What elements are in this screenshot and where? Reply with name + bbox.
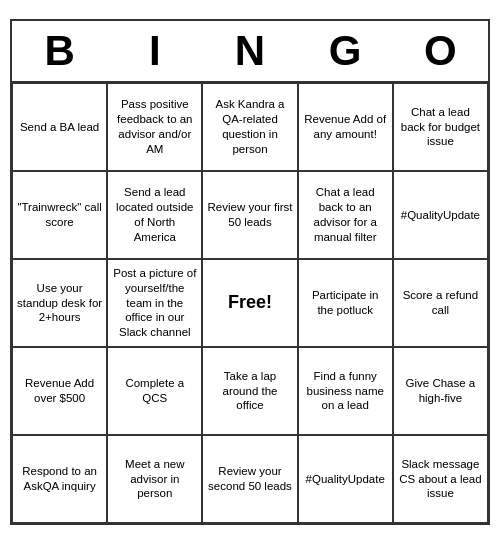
cell-1-1[interactable]: Send a lead located outside of North Ame… [107, 171, 202, 259]
cell-1-2[interactable]: Review your first 50 leads [202, 171, 297, 259]
bingo-grid: Send a BA lead Pass positive feedback to… [12, 83, 488, 523]
cell-4-4[interactable]: Slack message CS about a lead issue [393, 435, 488, 523]
cell-1-4[interactable]: #QualityUpdate [393, 171, 488, 259]
cell-3-0[interactable]: Revenue Add over $500 [12, 347, 107, 435]
cell-0-1[interactable]: Pass positive feedback to an advisor and… [107, 83, 202, 171]
header-letter-n: N [206, 27, 294, 75]
bingo-card: B I N G O Send a BA lead Pass positive f… [10, 19, 490, 525]
cell-3-4[interactable]: Give Chase a high-five [393, 347, 488, 435]
header-letter-i: I [111, 27, 199, 75]
bingo-header: B I N G O [12, 21, 488, 83]
cell-3-3[interactable]: Find a funny business name on a lead [298, 347, 393, 435]
cell-0-4[interactable]: Chat a lead back for budget issue [393, 83, 488, 171]
cell-4-0[interactable]: Respond to an AskQA inquiry [12, 435, 107, 523]
cell-1-3[interactable]: Chat a lead back to an advisor for a man… [298, 171, 393, 259]
cell-4-3[interactable]: #QualityUpdate [298, 435, 393, 523]
header-letter-b: B [16, 27, 104, 75]
cell-2-1[interactable]: Post a picture of yourself/the team in t… [107, 259, 202, 347]
cell-0-3[interactable]: Revenue Add of any amount! [298, 83, 393, 171]
cell-4-1[interactable]: Meet a new advisor in person [107, 435, 202, 523]
header-letter-o: O [396, 27, 484, 75]
header-letter-g: G [301, 27, 389, 75]
cell-2-4[interactable]: Score a refund call [393, 259, 488, 347]
cell-3-1[interactable]: Complete a QCS [107, 347, 202, 435]
cell-2-3[interactable]: Participate in the potluck [298, 259, 393, 347]
cell-0-0[interactable]: Send a BA lead [12, 83, 107, 171]
cell-1-0[interactable]: "Trainwreck" call score [12, 171, 107, 259]
cell-0-2[interactable]: Ask Kandra a QA-related question in pers… [202, 83, 297, 171]
cell-4-2[interactable]: Review your second 50 leads [202, 435, 297, 523]
cell-3-2[interactable]: Take a lap around the office [202, 347, 297, 435]
cell-2-2-free[interactable]: Free! [202, 259, 297, 347]
cell-2-0[interactable]: Use your standup desk for 2+hours [12, 259, 107, 347]
